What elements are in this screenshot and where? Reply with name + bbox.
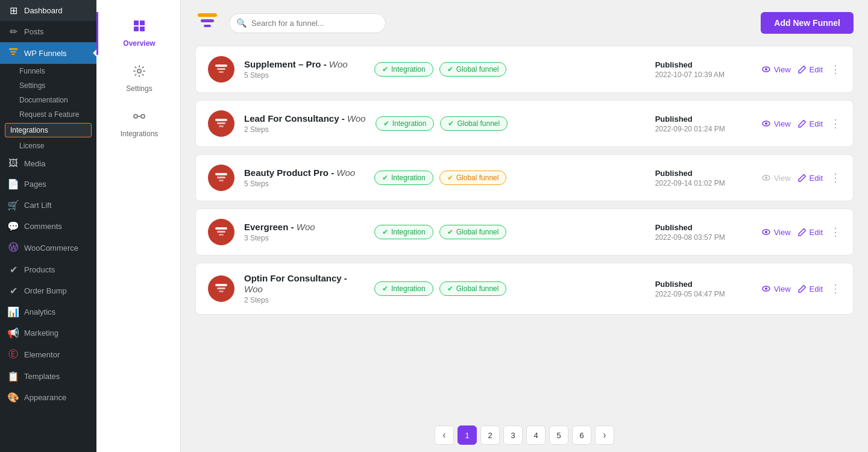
logo [195,10,219,36]
funnel-meta: Published 2022-09-08 03:57 PM [655,223,752,242]
sidebar-item-templates[interactable]: 📋 Templates [0,366,96,387]
settings-icon [133,64,146,81]
submenu-license[interactable]: License [0,139,96,153]
svg-rect-13 [215,64,227,67]
sidebar-item-media[interactable]: 🖼 Media [0,153,96,174]
sidebar-item-elementor[interactable]: Ⓔ Elementor [0,344,96,366]
funnel-badges: ✔ Integration ✔ Global funnel [374,281,646,296]
funnel-name: Optin For Consultancy -Woo [244,273,347,294]
page-button-5[interactable]: 5 [549,425,568,445]
subnav-item-integrations[interactable]: Integrations [96,102,180,145]
svg-rect-20 [219,125,224,127]
funnel-info: Optin For Consultancy -Woo 2 Steps [244,273,365,304]
submenu-documentation[interactable]: Documentation [0,93,96,107]
funnel-steps: 3 Steps [244,234,365,242]
view-button[interactable]: View [761,119,791,128]
funnel-date: 2022-09-14 01:02 PM [655,179,752,187]
svg-point-22 [765,122,767,125]
more-options-button[interactable]: ⋮ [830,171,841,184]
submenu-request-feature[interactable]: Request a Feature [0,107,96,122]
sidebar-item-comments[interactable]: 💬 Comments [0,216,96,237]
sidebar-item-analytics[interactable]: 📊 Analytics [0,301,96,322]
overview-icon [133,19,146,36]
page-button-3[interactable]: 3 [503,425,523,445]
view-button[interactable]: View [761,64,791,74]
marketing-icon: 📢 [7,327,19,339]
page-button-2[interactable]: 2 [480,425,500,445]
integration-check-icon: ✔ [382,65,388,74]
edit-button[interactable]: Edit [798,65,823,74]
admin-sidebar: ⊞ Dashboard ✏ Posts WP Funnels Funnels S… [0,0,96,452]
svg-rect-10 [198,13,217,17]
funnel-status: Published [655,115,752,124]
subnav-item-settings[interactable]: Settings [96,57,180,100]
svg-rect-33 [215,284,227,286]
edit-button[interactable]: Edit [798,174,823,183]
table-row: Optin For Consultancy -Woo 2 Steps ✔ Int… [195,263,854,315]
sidebar-item-products[interactable]: ✔ Products [0,259,96,280]
funnel-date: 2022-09-08 03:57 PM [655,233,752,242]
svg-point-8 [134,115,137,118]
sidebar-item-woocommerce[interactable]: Ⓦ WooCommerce [0,237,96,259]
sidebar-item-marketing[interactable]: 📢 Marketing [0,322,96,344]
funnel-date: 2022-09-20 01:24 PM [655,125,752,133]
search-box[interactable]: 🔍 [229,13,386,33]
funnel-badges: ✔ Integration ✔ Global funnel [374,62,646,77]
svg-rect-18 [215,119,227,121]
submenu-settings[interactable]: Settings [0,78,96,93]
prev-page-button[interactable]: ‹ [435,425,454,445]
funnels-submenu: Funnels Settings Documentation Request a… [0,64,96,153]
dashboard-icon: ⊞ [7,5,19,16]
edit-button[interactable]: Edit [798,228,823,237]
integration-badge: ✔ Integration [374,225,433,239]
page-button-6[interactable]: 6 [572,425,591,445]
sidebar-item-dashboard[interactable]: ⊞ Dashboard [0,0,96,21]
more-options-button[interactable]: ⋮ [830,63,841,76]
edit-button[interactable]: Edit [798,284,823,293]
subnav-item-overview[interactable]: Overview [96,12,180,55]
add-funnel-button[interactable]: Add New Funnel [761,12,854,34]
table-row: Beauty Product Pro - Woo 5 Steps ✔ Integ… [195,154,854,201]
more-options-button[interactable]: ⋮ [830,117,841,130]
edit-icon [798,228,807,236]
edit-button[interactable]: Edit [798,119,823,128]
next-page-button[interactable]: › [595,425,614,445]
page-button-1[interactable]: 1 [458,425,477,445]
funnel-actions: View Edit ⋮ [761,225,841,239]
more-options-button[interactable]: ⋮ [830,282,841,295]
integration-check-icon: ✔ [382,174,388,182]
view-button[interactable]: View [761,173,791,183]
edit-icon [798,284,807,293]
page-button-4[interactable]: 4 [526,425,546,445]
sidebar-item-wp-funnels[interactable]: WP Funnels [0,42,96,64]
more-options-button[interactable]: ⋮ [830,225,841,239]
funnel-info: Beauty Product Pro - Woo 5 Steps [244,168,365,188]
svg-rect-12 [204,25,211,27]
search-input[interactable] [229,13,386,33]
wp-funnels-icon [7,47,19,59]
table-row: Evergreen - Woo 3 Steps ✔ Integration ✔ … [195,209,854,256]
funnel-steps: 2 Steps [244,296,365,304]
sidebar-item-pages[interactable]: 📄 Pages [0,174,96,195]
view-button[interactable]: View [761,227,791,237]
templates-icon: 📋 [7,371,19,382]
view-button[interactable]: View [761,284,791,293]
table-row: Supplement – Pro - Woo 5 Steps ✔ Integra… [195,46,854,93]
svg-rect-14 [217,68,225,70]
funnel-badges: ✔ Integration ✔ Global funnel [374,225,646,239]
submenu-funnels[interactable]: Funnels [0,64,96,78]
funnel-avatar [208,110,234,137]
media-icon: 🖼 [7,158,19,169]
funnel-meta: Published 2022-09-14 01:02 PM [655,169,752,187]
woocommerce-icon: Ⓦ [7,242,19,254]
funnel-date: 2022-10-07 10:39 AM [655,71,752,79]
sidebar-item-order-bump[interactable]: ✔ Order Bump [0,280,96,301]
eye-icon [761,119,771,128]
edit-icon [798,119,807,128]
svg-rect-5 [134,27,139,31]
sidebar-item-appearance[interactable]: 🎨 Appearance [0,387,96,408]
sidebar-item-cart-lift[interactable]: 🛒 Cart Lift [0,195,96,216]
sidebar-item-posts[interactable]: ✏ Posts [0,21,96,42]
submenu-integrations[interactable]: Integrations [5,123,92,137]
integration-badge: ✔ Integration [376,116,435,131]
